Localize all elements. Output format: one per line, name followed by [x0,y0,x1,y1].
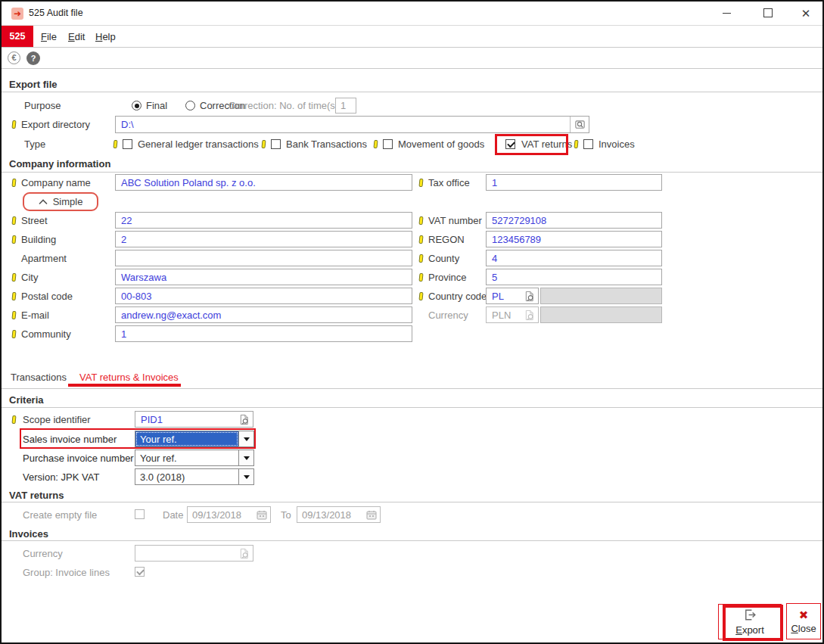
dropdown-arrow-icon[interactable] [238,450,253,465]
simple-toggle-button[interactable]: Simple [23,192,98,211]
tax-office-field[interactable]: 1 [486,174,662,191]
building-label: Building [21,234,56,245]
regon-label: REGON [428,234,465,245]
menu-file[interactable]: File [41,31,57,42]
tab-vat-returns-invoices[interactable]: VAT returns & Invoices [79,372,179,383]
export-icon [742,608,757,622]
building-field[interactable]: 2 [115,231,412,247]
checkbox-movement-goods-label[interactable]: Movement of goods [398,138,484,150]
mandatory-marker [11,179,16,187]
checkbox-create-empty-file[interactable] [135,509,145,519]
checkbox-group-invoice-lines[interactable] [135,567,145,577]
currency-field: PLN [486,306,539,323]
country-code-disabled-area [540,288,662,304]
mandatory-marker [373,140,378,148]
checkbox-vat-returns[interactable] [505,139,515,149]
mandatory-marker [11,415,16,424]
audit-file-window: ➜ 525 Audit file ✕ 525 File Edit Help € … [0,0,824,644]
checkbox-bank-transactions-label[interactable]: Bank Transactions [286,138,367,150]
simple-button-label: Simple [53,196,83,207]
regon-field[interactable]: 123456789 [486,231,662,247]
export-button[interactable]: Export [718,604,782,639]
checkbox-general-ledger-label[interactable]: General ledger transactions [138,138,259,150]
apartment-label: Apartment [21,253,67,264]
company-name-label: Company name [21,177,91,188]
purchase-invoice-number-label: Purchase invoice number [23,453,134,464]
apartment-field[interactable] [115,250,412,266]
email-field[interactable]: andrew.ng@exact.com [115,306,412,323]
dropdown-arrow-icon[interactable] [238,431,253,446]
checkbox-movement-goods[interactable] [383,139,393,149]
divider [2,540,822,541]
correction-times-field[interactable]: 1 [335,98,356,114]
postal-code-label: Postal code [21,291,73,302]
city-field[interactable]: Warszawa [115,269,412,285]
section-invoices: Invoices [9,528,48,540]
checkbox-general-ledger[interactable] [123,139,132,149]
chevron-up-icon [39,199,48,205]
checkbox-invoices[interactable] [583,139,593,149]
module-badge: 525 [2,26,33,47]
type-label: Type [24,138,45,150]
divider [2,388,822,389]
maximize-button[interactable] [753,2,783,24]
section-export-file: Export file [9,79,58,90]
help-icon[interactable]: ? [26,51,40,65]
sales-invoice-number-dropdown[interactable]: Your ref. [135,431,254,447]
menu-help[interactable]: Help [95,31,116,42]
county-field[interactable]: 4 [486,250,662,266]
country-code-field[interactable]: PL [486,288,539,304]
purchase-invoice-number-dropdown[interactable]: Your ref. [135,450,254,466]
to-label: To [281,509,291,521]
section-criteria: Criteria [9,394,44,406]
version-jpk-vat-dropdown[interactable]: 3.0 (2018) [135,468,254,485]
checkbox-invoices-label[interactable]: Invoices [599,138,635,150]
browse-folder-icon[interactable] [570,117,589,132]
euro-icon[interactable]: € [8,51,20,64]
company-name-field[interactable]: ABC Solution Poland sp. z o.o. [115,174,412,191]
mandatory-marker [113,140,117,148]
calendar-icon [253,507,270,522]
mandatory-marker [11,235,16,244]
radio-final[interactable] [132,101,141,110]
radio-final-label[interactable]: Final [146,100,167,111]
close-button[interactable]: ✖ Close [786,603,821,639]
lookup-icon[interactable] [521,288,538,303]
checkbox-vat-returns-label[interactable]: VAT returns [521,138,572,150]
menu-edit[interactable]: Edit [68,31,85,42]
vat-number-field[interactable]: 5272729108 [486,212,662,229]
export-directory-field[interactable]: D:\ [115,116,589,133]
community-field[interactable]: 1 [115,325,412,342]
minimize-button[interactable] [711,2,742,24]
lookup-icon[interactable] [236,412,253,427]
community-label: Community [21,328,71,340]
mandatory-marker [418,273,423,282]
mandatory-marker [418,216,423,225]
menu-bar: 525 File Edit Help [2,26,822,48]
divider [2,172,822,173]
mandatory-marker [261,140,266,148]
street-label: Street [21,215,48,226]
invoice-currency-label: Currency [23,548,63,559]
dropdown-arrow-icon[interactable] [238,469,253,484]
section-company-information: Company information [9,158,110,170]
mandatory-marker [11,292,16,300]
postal-code-field[interactable]: 00-803 [115,288,412,304]
province-field[interactable]: 5 [486,269,662,285]
radio-correction[interactable] [185,101,195,110]
checkbox-bank-transactions[interactable] [271,139,281,149]
email-label: E-mail [21,310,49,321]
street-field[interactable]: 22 [115,212,412,229]
tax-office-label: Tax office [428,177,470,188]
window-title: 525 Audit file [29,8,83,18]
currency-label: Currency [428,310,468,321]
tab-transactions[interactable]: Transactions [11,372,67,383]
lookup-icon-disabled [521,307,538,322]
date-from-field: 09/13/2018 [187,506,271,523]
mandatory-marker [574,140,578,148]
mandatory-marker [418,179,423,187]
close-window-button[interactable]: ✕ [791,2,821,24]
county-label: County [428,253,459,264]
scope-identifier-field[interactable]: PID1 [135,411,253,428]
mandatory-marker [11,273,16,282]
